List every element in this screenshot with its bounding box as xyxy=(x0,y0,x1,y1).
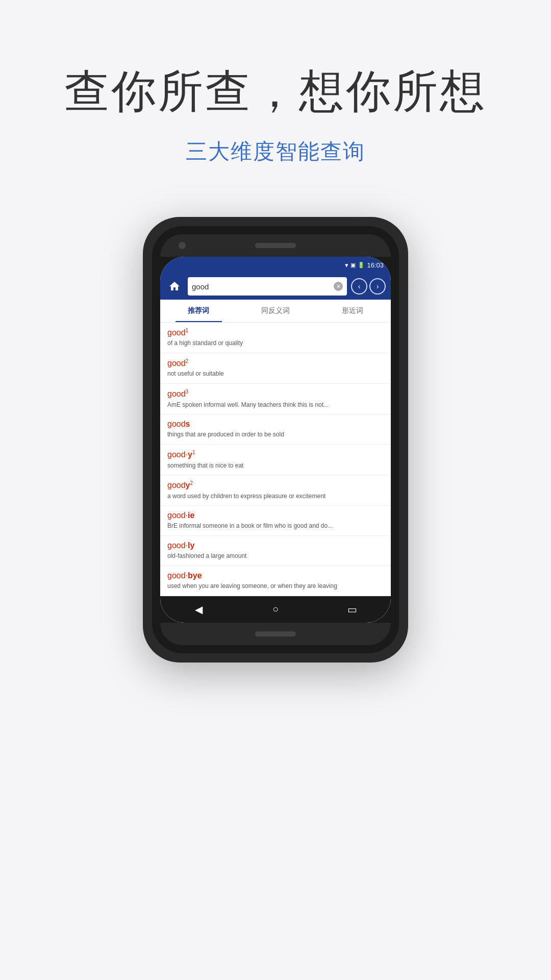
phone-bottom-nav: ◀ ○ ▭ xyxy=(160,596,391,623)
tabs-row: 推荐词 同反义词 形近词 xyxy=(160,300,391,323)
entry-def-good3: AmE spoken informal well. Many teachers … xyxy=(167,401,384,409)
nav-arrows: ‹ › xyxy=(351,278,386,295)
entry-good3[interactable]: good3 AmE spoken informal well. Many tea… xyxy=(160,384,391,414)
entry-word-goody2: goody2 xyxy=(167,480,384,490)
phone-screen: ▾ ▣ 🔋 16:03 good ✕ xyxy=(160,257,391,623)
phone-speaker xyxy=(255,243,296,248)
entry-word-good1: good1 xyxy=(167,328,384,337)
main-title: 查你所查，想你所想 xyxy=(0,61,551,122)
sub-title: 三大维度智能查询 xyxy=(0,137,551,166)
entry-word-goods: goods xyxy=(167,420,384,429)
entry-word-goodly: good·ly xyxy=(167,541,384,550)
back-nav-button[interactable]: ◀ xyxy=(187,598,210,621)
entry-def-good2: not useful or suitable xyxy=(167,370,384,378)
nav-back-button[interactable]: ‹ xyxy=(351,278,367,295)
status-bar: ▾ ▣ 🔋 16:03 xyxy=(160,257,391,273)
phone-mockup: ▾ ▣ 🔋 16:03 good ✕ xyxy=(143,217,408,663)
header-section: 查你所查，想你所想 三大维度智能查询 xyxy=(0,0,551,197)
tab-similar[interactable]: 形近词 xyxy=(314,300,391,322)
entry-goody2[interactable]: goody2 a word used by children to expres… xyxy=(160,475,391,506)
entry-word-goody1: good·y1 xyxy=(167,450,384,459)
entry-def-goodie: BrE informal someone in a book or film w… xyxy=(167,522,384,530)
search-input-wrap[interactable]: good ✕ xyxy=(188,277,347,296)
search-query: good xyxy=(192,282,334,291)
phone-bottom-bar xyxy=(160,623,391,645)
phone-inner: ▾ ▣ 🔋 16:03 good ✕ xyxy=(152,226,399,653)
home-button[interactable] xyxy=(165,277,184,296)
entry-goods[interactable]: goods things that are produced in order … xyxy=(160,414,391,445)
entry-goodie[interactable]: good·ie BrE informal someone in a book o… xyxy=(160,506,391,536)
entry-word-goodie: good·ie xyxy=(167,511,384,520)
home-nav-button[interactable]: ○ xyxy=(264,598,287,621)
tab-synonyms[interactable]: 同反义词 xyxy=(237,300,314,322)
entry-goodly[interactable]: good·ly old-fashioned a large amount xyxy=(160,536,391,566)
entry-def-goodbye: used when you are leaving someone, or wh… xyxy=(167,582,384,591)
entry-word-goodbye: good·bye xyxy=(167,571,384,580)
recents-nav-button[interactable]: ▭ xyxy=(341,598,364,621)
entry-goody1[interactable]: good·y1 something that is nice to eat xyxy=(160,445,391,475)
tab-recommended[interactable]: 推荐词 xyxy=(160,300,237,322)
search-clear-button[interactable]: ✕ xyxy=(334,282,343,291)
entries-list: good1 of a high standard or quality good… xyxy=(160,323,391,596)
signal-icon: ▣ xyxy=(350,262,356,268)
entry-def-goods: things that are produced in order to be … xyxy=(167,430,384,439)
wifi-icon: ▾ xyxy=(345,261,348,269)
status-icons: ▾ ▣ 🔋 16:03 xyxy=(345,261,384,269)
status-time: 16:03 xyxy=(367,261,384,269)
entry-word-good2: good2 xyxy=(167,358,384,368)
entry-def-goody2: a word used by children to express pleas… xyxy=(167,492,384,501)
phone-outer: ▾ ▣ 🔋 16:03 good ✕ xyxy=(143,217,408,663)
home-icon xyxy=(168,280,181,292)
entry-word-good3: good3 xyxy=(167,389,384,399)
camera-dot xyxy=(179,242,186,249)
entry-def-good1: of a high standard or quality xyxy=(167,339,384,348)
battery-icon: 🔋 xyxy=(358,262,365,268)
phone-top-bar xyxy=(160,234,391,257)
entry-def-goody1: something that is nice to eat xyxy=(167,461,384,470)
entry-goodbye[interactable]: good·bye used when you are leaving someo… xyxy=(160,566,391,596)
entry-good2[interactable]: good2 not useful or suitable xyxy=(160,353,391,384)
entry-good1[interactable]: good1 of a high standard or quality xyxy=(160,323,391,353)
entry-def-goodly: old-fashioned a large amount xyxy=(167,552,384,560)
phone-bottom-speaker xyxy=(255,631,296,636)
search-bar: good ✕ ‹ › xyxy=(160,273,391,300)
nav-forward-button[interactable]: › xyxy=(369,278,386,295)
